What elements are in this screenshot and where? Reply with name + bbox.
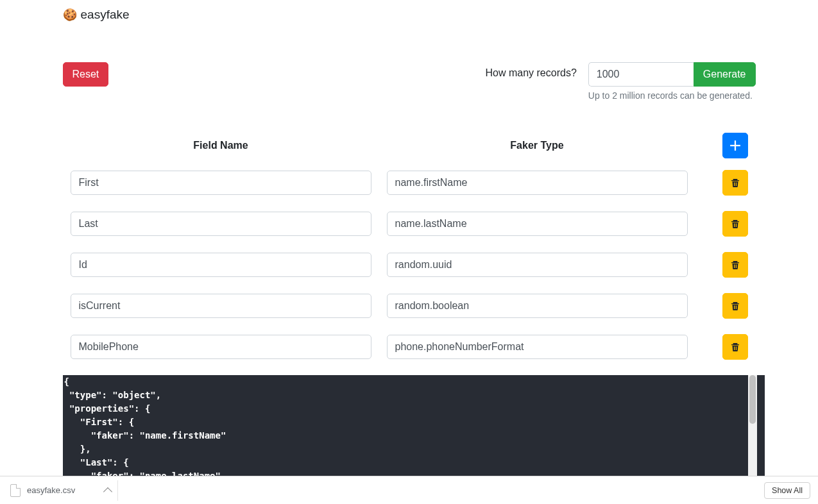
svg-rect-5 [735,224,736,228]
field-row [71,252,748,278]
field-row [71,170,748,196]
delete-field-button[interactable] [722,170,748,196]
records-help-text: Up to 2 million records can be generated… [588,90,756,101]
code-scrollbar-thumb[interactable] [749,375,756,424]
code-scrollbar[interactable] [748,375,757,478]
svg-rect-3 [735,183,736,187]
reset-button[interactable]: Reset [63,62,109,87]
download-file-name: easyfake.csv [27,485,75,495]
faker-type-input[interactable] [387,335,688,359]
svg-rect-2 [734,183,735,187]
field-row [71,211,748,237]
svg-rect-7 [735,265,736,269]
generate-button[interactable]: Generate [694,62,756,87]
svg-rect-8 [734,306,735,310]
faker-type-input[interactable] [387,212,688,236]
field-name-input[interactable] [71,294,371,318]
cookie-icon: 🍪 [63,8,77,22]
trash-icon [730,260,740,270]
field-row [71,334,748,360]
svg-rect-9 [735,306,736,310]
column-header-field-name: Field Name [71,140,371,151]
column-header-faker-type: Faker Type [387,140,688,151]
faker-type-input[interactable] [387,253,688,277]
trash-icon [730,219,740,229]
records-input[interactable] [588,62,694,87]
records-label: How many records? [486,62,577,79]
show-all-button[interactable]: Show All [764,482,810,499]
svg-rect-10 [734,347,735,351]
app-title: easyfake [81,8,130,22]
downloads-bar: easyfake.csv Show All [0,476,818,504]
chevron-up-icon [103,487,112,496]
field-name-input[interactable] [71,253,371,277]
field-name-input[interactable] [71,212,371,236]
delete-field-button[interactable] [722,334,748,360]
trash-icon [730,178,740,188]
trash-icon [730,301,740,311]
delete-field-button[interactable] [722,293,748,319]
faker-type-input[interactable] [387,171,688,195]
svg-rect-11 [735,347,736,351]
faker-type-input[interactable] [387,294,688,318]
add-field-button[interactable] [722,133,748,158]
file-icon [10,484,21,497]
svg-rect-4 [734,224,735,228]
field-name-input[interactable] [71,171,371,195]
delete-field-button[interactable] [722,252,748,278]
field-name-input[interactable] [71,335,371,359]
svg-rect-6 [734,265,735,269]
delete-field-button[interactable] [722,211,748,237]
field-row [71,293,748,319]
trash-icon [730,342,740,352]
svg-rect-1 [730,145,740,146]
json-preview: { "type": "object", "properties": { "Fir… [63,375,765,478]
plus-icon [729,140,741,151]
app-title-bar: 🍪 easyfake [63,0,756,27]
download-item[interactable]: easyfake.csv [5,480,118,501]
